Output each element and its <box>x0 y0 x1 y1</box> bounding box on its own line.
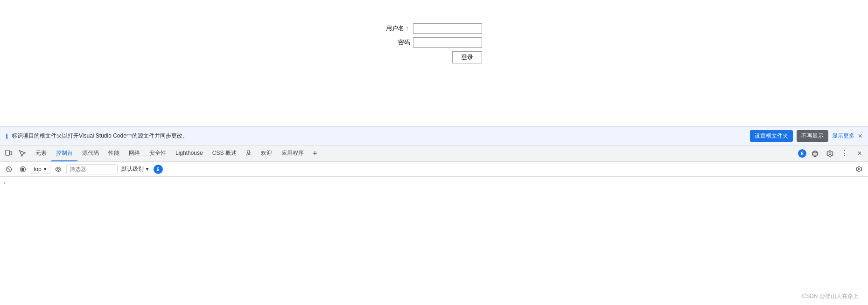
device-toggle-button[interactable] <box>2 147 15 160</box>
console-settings-button[interactable] <box>853 163 865 175</box>
toolbar-right <box>853 163 865 175</box>
tab-network[interactable]: 网络 <box>124 146 145 161</box>
svg-line-6 <box>7 167 11 171</box>
svg-rect-8 <box>21 168 24 171</box>
info-banner-text: 标识项目的根文件夹以打开Visual Studio Code中的源文件并同步更改… <box>12 132 746 140</box>
footer-watermark: CSDN @登山人在路上 <box>802 292 859 300</box>
tab-welcome[interactable]: 欢迎 <box>256 146 277 161</box>
eye-button[interactable] <box>52 163 64 175</box>
level-chevron-icon: ▼ <box>145 166 150 172</box>
tab-security[interactable]: 安全性 <box>145 146 171 161</box>
info-icon: ℹ <box>6 132 8 140</box>
clear-console-button[interactable] <box>3 163 15 175</box>
context-selector[interactable]: top ▼ <box>31 165 50 174</box>
tab-recorder[interactable]: 及 <box>241 146 256 161</box>
settings-button[interactable] <box>823 147 836 160</box>
username-row: 用户名： <box>386 23 482 34</box>
tab-lighthouse[interactable]: Lighthouse <box>171 146 208 161</box>
tab-css-overview[interactable]: CSS 概述 <box>208 146 241 161</box>
chevron-down-icon: ▼ <box>43 166 48 172</box>
show-more-link[interactable]: 显示更多 <box>832 132 854 140</box>
info-banner: ℹ 标识项目的根文件夹以打开Visual Studio Code中的源文件并同步… <box>0 126 868 145</box>
expand-arrow-icon: › <box>4 180 6 186</box>
devtools-left-icons <box>2 147 29 160</box>
svg-point-4 <box>829 152 831 154</box>
level-label: 默认级别 <box>121 165 144 173</box>
tab-console[interactable]: 控制台 <box>51 146 77 161</box>
svg-point-10 <box>858 168 860 170</box>
console-error-count: 6 <box>154 165 163 174</box>
devtools-right-icons: 6 ⋮ × <box>798 147 866 160</box>
username-input[interactable] <box>413 23 482 34</box>
context-label: top <box>34 166 42 173</box>
set-root-button[interactable]: 设置根文件夹 <box>750 130 793 142</box>
svg-rect-1 <box>10 152 12 155</box>
devtools-console-content: › <box>0 177 868 275</box>
error-badge: 6 <box>798 149 806 158</box>
password-row: 密码 <box>398 37 482 48</box>
level-selector[interactable]: 默认级别 ▼ <box>119 164 152 174</box>
console-expand-row[interactable]: › <box>4 179 864 187</box>
devtools-tab-bar: 元素 控制台 源代码 性能 网络 安全性 Lighthouse CSS 概述 及… <box>0 145 868 162</box>
svg-point-9 <box>57 168 59 170</box>
username-label: 用户名： <box>386 24 410 33</box>
close-banner-button[interactable]: × <box>858 132 862 140</box>
tab-sources[interactable]: 源代码 <box>77 146 104 161</box>
password-label: 密码 <box>398 38 410 47</box>
close-devtools-button[interactable]: × <box>853 147 866 160</box>
devtools-tab-list: 元素 控制台 源代码 性能 网络 安全性 Lighthouse CSS 概述 及… <box>31 146 798 161</box>
svg-rect-0 <box>6 150 9 155</box>
login-button[interactable]: 登录 <box>452 51 482 63</box>
inspect-button[interactable] <box>16 147 29 160</box>
tab-performance[interactable]: 性能 <box>104 146 124 161</box>
password-input[interactable] <box>413 37 482 48</box>
remote-devices-button[interactable] <box>808 147 821 160</box>
tab-elements[interactable]: 元素 <box>31 146 51 161</box>
add-tab-button[interactable]: + <box>308 147 322 160</box>
no-show-button[interactable]: 不再显示 <box>797 130 828 142</box>
login-form: 用户名： 密码 登录 <box>386 23 482 63</box>
filter-input[interactable] <box>66 164 118 174</box>
submit-row: 登录 <box>452 51 482 63</box>
tab-application[interactable]: 应用程序 <box>277 146 308 161</box>
devtools-toolbar: top ▼ 默认级别 ▼ 6 <box>0 162 868 177</box>
more-options-button[interactable]: ⋮ <box>838 147 851 160</box>
stop-button[interactable] <box>17 163 29 175</box>
browser-content: 用户名： 密码 登录 <box>0 0 868 126</box>
info-banner-right: 显示更多 × <box>832 132 862 140</box>
